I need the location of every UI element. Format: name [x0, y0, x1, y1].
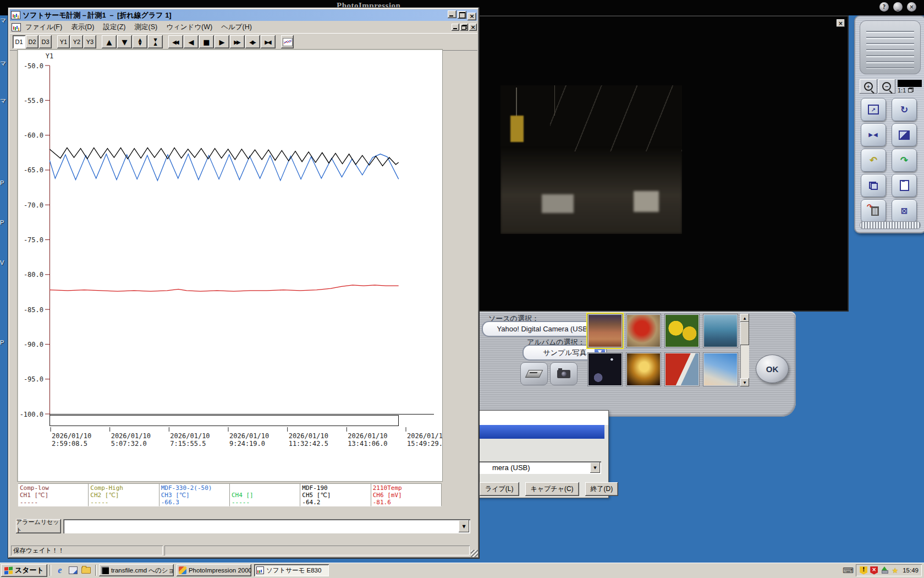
collapse-vertical-button[interactable]: ▼▲ — [148, 35, 163, 48]
quick-launch-folder[interactable] — [81, 565, 92, 576]
svg-text:-65.0: -65.0 — [24, 166, 43, 174]
thumbnail-night-city[interactable] — [587, 352, 623, 386]
collapse-horizontal-button[interactable]: ▶◀ — [261, 35, 276, 48]
desktop-icon-fragment[interactable]: P — [0, 339, 7, 346]
twain-button-0[interactable]: ライブ(L) — [480, 482, 519, 496]
redo-button[interactable]: ↷ — [892, 149, 917, 172]
thumbnail-sky-clouds[interactable] — [703, 352, 738, 386]
expand-horizontal-button[interactable]: ◀▶ — [245, 35, 260, 48]
twain-dialog-titlebar[interactable] — [465, 425, 604, 439]
taskbar-divider — [50, 565, 51, 576]
twain-device-dropdown[interactable]: mera (USB) ▼ — [470, 461, 601, 474]
twain-button-1[interactable]: キャプチャ(C) — [525, 482, 579, 496]
thumbnail-harbor-boats[interactable] — [703, 314, 738, 348]
undo-button[interactable]: ↶ — [861, 149, 886, 172]
maximize-button[interactable] — [458, 11, 466, 19]
close-image-button[interactable]: ⊠ — [892, 199, 917, 222]
tray-favorites-star[interactable]: ★ — [890, 566, 899, 575]
scroll-down-button[interactable]: ▼ — [117, 35, 132, 48]
rewind-button[interactable]: ◀◀ — [168, 35, 183, 48]
menu-item-2[interactable]: 設定(Z) — [99, 21, 130, 33]
flip-horizontal-button[interactable]: ▶◀ — [861, 123, 886, 146]
task-button-photoimpression[interactable]: PhotoImpression 2000 — [177, 564, 251, 576]
minimize-button[interactable] — [448, 10, 457, 18]
thumbnail-scrollbar[interactable]: ▲ ▼ — [740, 314, 749, 386]
expand-vertical-button[interactable]: ▲▼ — [133, 35, 147, 48]
photoimpression-get-photo-panel: ソースの選択： Yahoo! Digital Camera (USB) ▼ アル… — [452, 312, 796, 417]
step-back-button[interactable]: ◀ — [184, 35, 199, 48]
ime-keyboard-icon[interactable]: ⌨ — [843, 566, 854, 575]
tray-safely-remove[interactable] — [880, 566, 889, 575]
desktop-icon-fragment[interactable]: マ — [0, 17, 7, 25]
scroll-up-button[interactable]: ▲ — [102, 35, 117, 48]
svg-text:-60.0: -60.0 — [24, 132, 43, 139]
stop-button[interactable]: ■ — [199, 35, 214, 48]
toggle-y1[interactable]: Y1 — [57, 35, 70, 48]
zoom-out-button[interactable]: − — [878, 79, 896, 94]
alarm-reset-button[interactable]: アラームリセット — [16, 519, 61, 533]
task-button-cmd[interactable]: transfile.cmd へのショート... — [99, 564, 174, 576]
menu-item-3[interactable]: 測定(S) — [130, 21, 162, 33]
menu-item-0[interactable]: ファイル(F) — [21, 21, 67, 33]
thumbnail-yellow-flowers[interactable] — [664, 314, 700, 348]
ok-button[interactable]: OK — [756, 355, 789, 383]
palette-grip[interactable] — [860, 20, 921, 74]
scroll-down-icon[interactable]: ▼ — [740, 378, 749, 386]
step-forward-button[interactable]: ▶ — [215, 35, 229, 48]
desktop-icon-fragment[interactable]: マ — [0, 97, 7, 105]
softthermo-titlebar[interactable]: ソフトサーモ計測－計測1 － [折れ線グラフ 1] × — [10, 9, 477, 21]
quick-launch-show-desktop[interactable] — [68, 565, 79, 576]
chevron-down-icon[interactable]: ▼ — [459, 520, 469, 532]
toggle-y3[interactable]: Y3 — [84, 35, 96, 48]
quick-launch-internet-explorer[interactable]: e — [54, 565, 65, 576]
fast-forward-button[interactable]: ▶▶ — [230, 35, 245, 48]
zoom-in-button[interactable]: + — [860, 79, 877, 94]
restore-button[interactable] — [460, 24, 468, 31]
menu-item-5[interactable]: ヘルプ(H) — [217, 21, 256, 33]
toggle-d1[interactable]: D1 — [13, 35, 25, 48]
desktop-icon-fragment[interactable]: V — [0, 259, 7, 266]
help-button[interactable]: ? — [879, 2, 889, 12]
resize-grip[interactable] — [471, 550, 478, 557]
tray-error-shield[interactable]: × — [870, 566, 878, 575]
copy-button[interactable] — [861, 174, 886, 197]
thumbnail-cardinal-bird[interactable] — [626, 314, 661, 348]
paste-button[interactable] — [892, 174, 917, 197]
minimize-button[interactable]: _ — [893, 2, 903, 12]
camera-source-button[interactable] — [550, 362, 578, 385]
scrollbar-thumb[interactable] — [740, 322, 749, 345]
tray-alert-shield[interactable]: ! — [859, 566, 868, 575]
delete-button[interactable]: ↷ — [861, 199, 886, 222]
palette-bottom-grip[interactable] — [860, 221, 921, 229]
minimize-button[interactable] — [452, 24, 459, 31]
viewer-close-icon[interactable]: × — [837, 19, 845, 27]
graph-settings-button[interactable] — [281, 35, 294, 48]
rotate-button[interactable]: ↻ — [892, 98, 917, 121]
alarm-message-dropdown[interactable]: ▼ — [63, 519, 470, 533]
menu-item-4[interactable]: ウィンドウ(W) — [162, 21, 217, 33]
toggle-d3[interactable]: D3 — [39, 35, 52, 48]
scanner-source-button[interactable] — [520, 362, 548, 385]
thumbnail-gold-light-swirl[interactable] — [626, 352, 661, 386]
desktop-icon-fragment[interactable]: P — [0, 219, 7, 226]
close-button[interactable]: × — [469, 24, 477, 31]
scroll-up-icon[interactable]: ▲ — [740, 314, 749, 322]
close-button[interactable]: × — [468, 13, 476, 20]
source-select-dropdown[interactable]: Yahoo! Digital Camera (USB) ▼ — [482, 321, 605, 337]
chevron-down-icon[interactable]: ▼ — [590, 462, 600, 473]
crop-rotate-button[interactable] — [892, 123, 917, 146]
task-button-softthermo[interactable]: ソフトサーモ E830 — [254, 564, 329, 576]
desktop-icon-fragment[interactable]: P — [0, 179, 7, 186]
fit-window-icon[interactable] — [908, 88, 914, 92]
menu-item-1[interactable]: 表示(D) — [67, 21, 98, 33]
toggle-d2[interactable]: D2 — [26, 35, 38, 48]
twain-button-2[interactable]: 終了(D) — [585, 482, 619, 496]
resize-button[interactable]: ↗ — [861, 98, 886, 121]
desktop-icon-fragment[interactable]: マ — [0, 59, 7, 68]
mdi-child-icon[interactable] — [12, 23, 21, 31]
thumbnail-ship-bow[interactable] — [664, 352, 700, 386]
thumbnail-rock-spires[interactable] — [587, 314, 623, 348]
toggle-y2[interactable]: Y2 — [70, 35, 83, 48]
start-button[interactable]: スタート — [1, 564, 47, 577]
close-button[interactable]: × — [907, 2, 916, 12]
